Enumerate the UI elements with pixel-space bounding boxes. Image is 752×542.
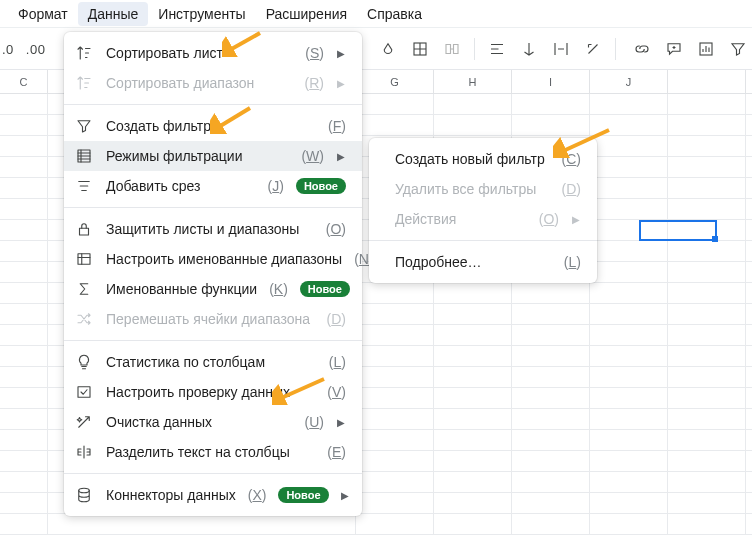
menu-item-label: Статистика по столбцам <box>106 354 317 370</box>
column-header[interactable]: J <box>590 70 668 94</box>
menu-data[interactable]: Данные <box>78 2 149 26</box>
menu-item-column-stats[interactable]: Статистика по столбцам (L) <box>64 347 362 377</box>
menu-item-label: Защитить листы и диапазоны <box>106 221 314 237</box>
menu-item-hotkey: (W) <box>301 148 324 164</box>
submenu-item-actions: Действия (O) ▶ <box>369 204 597 234</box>
menu-item-hotkey: (K) <box>269 281 288 297</box>
menu-item-hotkey: (L) <box>564 254 581 270</box>
menu-item-hotkey: (F) <box>328 118 346 134</box>
menu-item-data-validation[interactable]: Настроить проверку данных (V) <box>64 377 362 407</box>
sort-range-icon <box>74 74 94 92</box>
menu-item-label: Создать фильтр <box>106 118 316 134</box>
data-menu-dropdown: Сортировать лист (S) ▶ Сортировать диапа… <box>64 32 362 516</box>
fill-color-icon[interactable] <box>378 39 398 59</box>
menu-item-protect[interactable]: Защитить листы и диапазоны (O) <box>64 214 362 244</box>
menu-item-randomize: Перемешать ячейки диапазона (D) <box>64 304 362 334</box>
merge-cells-icon[interactable] <box>442 39 462 59</box>
new-badge: Новое <box>300 281 350 297</box>
menu-item-data-cleanup[interactable]: Очистка данных (U) ▶ <box>64 407 362 437</box>
menu-item-hotkey: (U) <box>305 414 324 430</box>
menu-item-hotkey: (L) <box>329 354 346 370</box>
menu-format[interactable]: Формат <box>8 2 78 26</box>
menu-item-add-slicer[interactable]: Добавить срез (J) Новое <box>64 171 362 201</box>
column-header[interactable]: I <box>512 70 590 94</box>
menu-item-label: Подробнее… <box>395 254 552 270</box>
menu-extensions[interactable]: Расширения <box>256 2 357 26</box>
named-ranges-icon <box>74 250 94 268</box>
menu-item-sort-sheet[interactable]: Сортировать лист (S) ▶ <box>64 38 362 68</box>
svg-rect-4 <box>78 254 90 265</box>
menu-item-named-functions[interactable]: Именованные функции (K) Новое <box>64 274 362 304</box>
shuffle-icon <box>74 310 94 328</box>
filter-icon <box>74 117 94 135</box>
text-wrap-icon[interactable] <box>551 39 571 59</box>
menu-item-hotkey: (D) <box>327 311 346 327</box>
submenu-arrow-icon: ▶ <box>341 490 349 501</box>
menu-item-hotkey: (E) <box>327 444 346 460</box>
menu-item-label: Сортировать диапазон <box>106 75 293 91</box>
menu-item-hotkey: (D) <box>562 181 581 197</box>
split-columns-icon <box>74 443 94 461</box>
horizontal-align-icon[interactable] <box>487 39 507 59</box>
text-rotation-icon[interactable] <box>583 39 603 59</box>
svg-point-6 <box>79 488 90 493</box>
borders-icon[interactable] <box>410 39 430 59</box>
sparkle-icon <box>74 413 94 431</box>
menu-item-hotkey: (S) <box>305 45 324 61</box>
menu-item-label: Настроить именованные диапазоны <box>106 251 342 267</box>
data-validation-icon <box>74 383 94 401</box>
column-header[interactable]: G <box>356 70 434 94</box>
lock-icon <box>74 220 94 238</box>
column-header[interactable] <box>668 70 746 94</box>
column-header[interactable]: H <box>434 70 512 94</box>
menu-item-label: Разделить текст на столбцы <box>106 444 315 460</box>
menu-item-hotkey: (C) <box>562 151 581 167</box>
menu-tools[interactable]: Инструменты <box>148 2 255 26</box>
submenu-item-new-filter[interactable]: Создать новый фильтр (C) <box>369 144 597 174</box>
menu-item-split-text[interactable]: Разделить текст на столбцы (E) <box>64 437 362 467</box>
decrease-decimal-button[interactable]: .0 <box>2 42 14 57</box>
menu-item-label: Очистка данных <box>106 414 293 430</box>
menu-item-label: Настроить проверку данных <box>106 384 315 400</box>
increase-decimal-button[interactable]: .00 <box>26 42 46 57</box>
menu-item-sort-range: Сортировать диапазон (R) ▶ <box>64 68 362 98</box>
menu-item-label: Режимы фильтрации <box>106 148 289 164</box>
menu-item-label: Именованные функции <box>106 281 257 297</box>
submenu-item-learn-more[interactable]: Подробнее… (L) <box>369 247 597 277</box>
menu-bar: Формат Данные Инструменты Расширения Спр… <box>0 0 752 28</box>
menu-item-hotkey: (J) <box>268 178 284 194</box>
menu-item-hotkey: (O) <box>326 221 346 237</box>
menu-item-hotkey: (O) <box>539 211 559 227</box>
submenu-item-delete-all: Удалить все фильтры (D) <box>369 174 597 204</box>
vertical-align-icon[interactable] <box>519 39 539 59</box>
new-badge: Новое <box>296 178 346 194</box>
submenu-arrow-icon: ▶ <box>336 151 346 162</box>
filter-icon[interactable] <box>728 39 748 59</box>
menu-item-label: Коннекторы данных <box>106 487 236 503</box>
filter-views-submenu: Создать новый фильтр (C) Удалить все фил… <box>369 138 597 283</box>
sort-ascending-icon <box>74 44 94 62</box>
insert-chart-icon[interactable] <box>696 39 716 59</box>
submenu-arrow-icon: ▶ <box>336 48 346 59</box>
submenu-arrow-icon: ▶ <box>336 417 346 428</box>
submenu-arrow-icon: ▶ <box>571 214 581 225</box>
menu-item-label: Перемешать ячейки диапазона <box>106 311 315 327</box>
menu-item-create-filter[interactable]: Создать фильтр (F) <box>64 111 362 141</box>
menu-item-hotkey: (R) <box>305 75 324 91</box>
filter-views-icon <box>74 147 94 165</box>
svg-rect-5 <box>78 387 90 398</box>
menu-item-filter-views[interactable]: Режимы фильтрации (W) ▶ <box>64 141 362 171</box>
slicer-icon <box>74 177 94 195</box>
menu-item-label: Сортировать лист <box>106 45 293 61</box>
menu-item-named-ranges[interactable]: Настроить именованные диапазоны (N) <box>64 244 362 274</box>
submenu-arrow-icon: ▶ <box>336 78 346 89</box>
menu-item-hotkey: (V) <box>327 384 346 400</box>
menu-item-data-connectors[interactable]: Коннекторы данных (X) Новое ▶ <box>64 480 362 510</box>
menu-help[interactable]: Справка <box>357 2 432 26</box>
column-header[interactable]: C <box>0 70 48 94</box>
menu-item-label: Удалить все фильтры <box>395 181 550 197</box>
insert-comment-icon[interactable] <box>664 39 684 59</box>
menu-item-hotkey: (X) <box>248 487 267 503</box>
insert-link-icon[interactable] <box>632 39 652 59</box>
menu-item-label: Добавить срез <box>106 178 256 194</box>
